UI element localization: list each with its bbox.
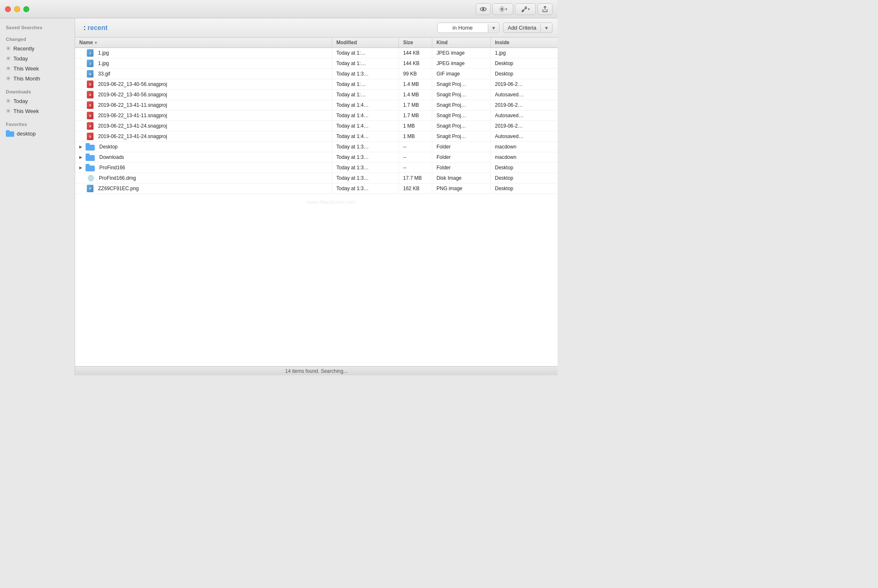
modified-cell: Today at 1:3… (332, 173, 399, 183)
snagit-icon: S (87, 80, 93, 88)
size-cell: 1.7 MB (399, 111, 432, 121)
inside-cell: macdown (491, 152, 558, 162)
title-prefix: : (83, 24, 88, 31)
expand-arrow[interactable]: ▶ (79, 166, 82, 170)
table-row[interactable]: 💿ProFind166.dmgToday at 1:3…17.7 MBDisk … (75, 173, 558, 183)
add-criteria-button[interactable]: Add Criteria ▼ (503, 23, 553, 33)
inside-cell: 1.jpg (491, 48, 558, 58)
table-row[interactable]: J1.jpgToday at 1:…144 KBJPEG image1.jpg (75, 48, 558, 58)
png-icon: P (87, 185, 93, 192)
snagit-icon: S (87, 112, 93, 119)
size-cell: 144 KB (399, 58, 432, 68)
kind-cell: Snagit Proj… (432, 100, 491, 110)
header-kind[interactable]: Kind (432, 38, 491, 48)
search-bar: : recent in Home ▼ Add Criteria ▼ (75, 18, 558, 38)
size-cell: 1 MB (399, 121, 432, 131)
file-name-cell: G33.gif (75, 69, 332, 79)
search-scope-dropdown[interactable]: in Home ▼ (437, 23, 500, 33)
table-row[interactable]: S2019-06-22_13-40-56.snagprojToday at 1:… (75, 79, 558, 90)
favorites-header: Favorites (0, 118, 75, 128)
minimize-button[interactable] (14, 6, 20, 12)
search-scope-arrow[interactable]: ▼ (488, 24, 500, 32)
table-row[interactable]: S2019-06-22_13-40-56.snagprojToday at 1:… (75, 90, 558, 100)
table-header: Name ▾ Modified Size Kind Inside (75, 38, 558, 48)
kind-cell: Snagit Proj… (432, 121, 491, 131)
sidebar-item-label-today-dl: Today (13, 98, 28, 104)
file-table[interactable]: Name ▾ Modified Size Kind Inside (75, 38, 558, 366)
file-name-cell: PZZ69CF91EC.png (75, 183, 332, 193)
modified-cell: Today at 1:4… (332, 131, 399, 141)
table-row[interactable]: ▶DownloadsToday at 1:3…--Foldermacdown (75, 152, 558, 163)
table-row[interactable]: ▶DesktopToday at 1:3…--Foldermacdown (75, 142, 558, 152)
sidebar-item-today-dl[interactable]: ✳ Today (2, 96, 73, 106)
sidebar-item-this-week-dl[interactable]: ✳ This Week (2, 106, 73, 116)
toolbar-icons: ▾ ▾ (476, 3, 553, 15)
chevron-down-icon-criteria: ▼ (544, 25, 549, 30)
inside-cell: Desktop (491, 183, 558, 193)
sidebar-item-desktop[interactable]: desktop (2, 129, 73, 138)
folder-icon (86, 164, 95, 171)
chevron-down-icon: ▼ (492, 25, 496, 30)
table-row[interactable]: J1.jpgToday at 1:…144 KBJPEG imageDeskto… (75, 58, 558, 69)
gear-icon-today-changed: ✳ (6, 55, 11, 62)
size-cell: -- (399, 152, 432, 162)
sidebar: Saved Searches Changed ✳ Recently ✳ Toda… (0, 18, 75, 375)
size-cell: 1.4 MB (399, 90, 432, 100)
eye-toolbar-button[interactable] (476, 3, 491, 15)
changed-header: Changed (0, 33, 75, 43)
header-modified[interactable]: Modified (332, 38, 399, 48)
tools-toolbar-button[interactable]: ▾ (515, 3, 536, 15)
table-row[interactable]: S2019-06-22_13-41-24.snagprojToday at 1:… (75, 121, 558, 131)
search-scope-text: in Home (438, 23, 488, 33)
table-row[interactable]: S2019-06-22_13-41-11.snagprojToday at 1:… (75, 100, 558, 111)
file-name-cell: ▶Desktop (75, 142, 332, 152)
inside-cell: 2019-06-2… (491, 79, 558, 89)
titlebar: ▾ ▾ (0, 0, 558, 18)
kind-cell: Snagit Proj… (432, 90, 491, 100)
sidebar-item-this-month-changed[interactable]: ✳ This Month (2, 74, 73, 83)
size-cell: -- (399, 163, 432, 173)
expand-arrow[interactable]: ▶ (79, 145, 82, 149)
window-title: : recent (80, 24, 108, 32)
gear-toolbar-button[interactable]: ▾ (492, 3, 513, 15)
file-name-text: Downloads (99, 154, 124, 160)
add-criteria-chevron[interactable]: ▼ (540, 24, 552, 32)
modified-cell: Today at 1:4… (332, 111, 399, 121)
jpg-icon: J (87, 49, 93, 57)
content-area: : recent in Home ▼ Add Criteria ▼ www.Ma… (75, 18, 558, 375)
kind-cell: Folder (432, 142, 491, 152)
file-name-text: 1.jpg (98, 50, 109, 56)
header-size[interactable]: Size (399, 38, 432, 48)
maximize-button[interactable] (23, 6, 29, 12)
file-name-text: 2019-06-22_13-41-24.snagproj (98, 123, 167, 129)
modified-cell: Today at 1:3… (332, 152, 399, 162)
dmg-icon: 💿 (87, 174, 94, 182)
table-row[interactable]: G33.gifToday at 1:3…99 KBGIF imageDeskto… (75, 69, 558, 79)
sidebar-item-label-this-week-changed: This Week (13, 65, 39, 72)
gear-icon-today-dl: ✳ (6, 98, 11, 104)
kind-cell: PNG image (432, 183, 491, 193)
inside-cell: Autosaved… (491, 111, 558, 121)
sidebar-item-today-changed[interactable]: ✳ Today (2, 54, 73, 63)
expand-arrow[interactable]: ▶ (79, 155, 82, 159)
header-inside[interactable]: Inside (491, 38, 558, 48)
file-name-cell: ▶Downloads (75, 152, 332, 162)
file-name-text: ProFind166 (99, 165, 125, 171)
size-cell: 162 KB (399, 183, 432, 193)
kind-cell: Snagit Proj… (432, 131, 491, 141)
table-row[interactable]: S2019-06-22_13-41-11.snagprojToday at 1:… (75, 111, 558, 121)
modified-cell: Today at 1:… (332, 58, 399, 68)
share-toolbar-button[interactable] (537, 3, 553, 15)
table-row[interactable]: PZZ69CF91EC.pngToday at 1:3…162 KBPNG im… (75, 183, 558, 194)
traffic-lights (5, 6, 29, 12)
modified-cell: Today at 1:… (332, 90, 399, 100)
header-name[interactable]: Name ▾ (75, 38, 332, 48)
modified-cell: Today at 1:4… (332, 100, 399, 110)
table-row[interactable]: ▶ProFind166Today at 1:3…--FolderDesktop (75, 163, 558, 173)
sidebar-item-recently[interactable]: ✳ Recently (2, 44, 73, 53)
file-name-cell: S2019-06-22_13-41-24.snagproj (75, 121, 332, 131)
sidebar-item-this-week-changed[interactable]: ✳ This Week (2, 64, 73, 73)
close-button[interactable] (5, 6, 11, 12)
snagit-icon: S (87, 101, 93, 109)
table-row[interactable]: S2019-06-22_13-41-24.snagprojToday at 1:… (75, 131, 558, 142)
